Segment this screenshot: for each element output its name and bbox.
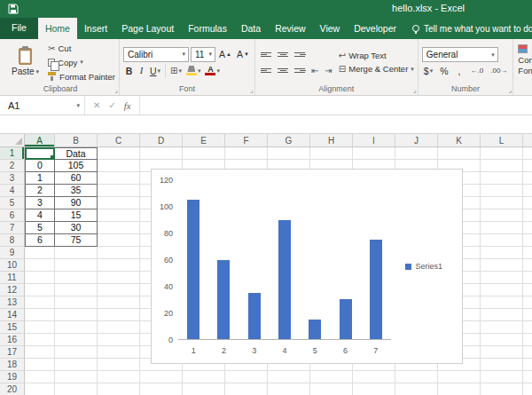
cell-L10[interactable] [481, 259, 523, 272]
cell-C13[interactable] [98, 296, 140, 309]
cell-B12[interactable] [55, 284, 98, 296]
number-format-select[interactable]: General▾ [422, 47, 498, 62]
bar-category-5[interactable] [309, 320, 321, 339]
format-painter-button[interactable]: Format Painter [48, 70, 115, 83]
cell-B11[interactable] [55, 272, 98, 284]
cell-B7[interactable]: 30 [55, 222, 98, 234]
cell-I19[interactable] [353, 371, 395, 383]
merge-center-button[interactable]: ⊟Merge & Center▾ [339, 64, 414, 74]
cell-M4[interactable] [523, 185, 532, 197]
cell-C20[interactable] [98, 383, 140, 395]
row-header-4[interactable]: 4 [0, 185, 25, 197]
row-header-19[interactable]: 19 [0, 371, 25, 383]
bold-button[interactable]: B [123, 64, 135, 77]
cell-J20[interactable] [395, 383, 438, 395]
cell-M1[interactable] [523, 147, 532, 160]
cell-A7[interactable]: 5 [25, 222, 55, 234]
cell-B15[interactable] [55, 321, 98, 334]
cell-M14[interactable] [523, 309, 532, 321]
tab-insert[interactable]: Insert [77, 18, 114, 39]
column-header-E[interactable]: E [183, 134, 225, 146]
cell-A9[interactable] [25, 247, 55, 259]
bar-category-4[interactable] [278, 220, 291, 339]
cell-L5[interactable] [481, 197, 523, 209]
column-header-A[interactable]: A [25, 134, 55, 146]
cell-M13[interactable] [523, 296, 532, 309]
cell-F1[interactable] [225, 147, 268, 160]
cell-M18[interactable] [523, 359, 532, 371]
row-header-18[interactable]: 18 [0, 359, 25, 371]
cell-M8[interactable] [523, 234, 532, 247]
cell-E20[interactable] [183, 383, 225, 395]
cell-H1[interactable] [310, 147, 353, 160]
cell-J1[interactable] [395, 147, 438, 160]
tell-me-box[interactable]: Tell me what you want to do... [412, 18, 532, 39]
cell-L18[interactable] [481, 359, 523, 371]
row-header-12[interactable]: 12 [0, 284, 25, 296]
align-bottom-button[interactable] [293, 48, 308, 61]
bar-category-2[interactable] [217, 260, 230, 340]
cell-A3[interactable]: 1 [25, 172, 55, 185]
cell-M10[interactable] [523, 259, 532, 272]
increase-indent-button[interactable]: ⇥ [323, 64, 334, 77]
cell-A15[interactable] [25, 321, 55, 334]
cell-C17[interactable] [98, 346, 140, 359]
cell-A20[interactable] [25, 383, 55, 395]
cell-A8[interactable]: 6 [25, 234, 55, 247]
comma-style-button[interactable]: , [454, 64, 466, 77]
column-header-L[interactable]: L [481, 134, 523, 146]
percent-style-button[interactable]: % [438, 64, 450, 77]
cell-B20[interactable] [55, 383, 98, 395]
cell-C7[interactable] [98, 222, 140, 234]
cell-L9[interactable] [481, 247, 523, 259]
cell-A14[interactable] [25, 309, 55, 321]
increase-font-size-button[interactable]: A▲ [217, 48, 233, 61]
column-header-J[interactable]: J [395, 134, 438, 146]
row-header-14[interactable]: 14 [0, 309, 25, 321]
cell-B3[interactable]: 60 [55, 172, 98, 185]
font-dialog-launcher[interactable]: ⌟ [250, 86, 254, 94]
cell-L8[interactable] [481, 234, 523, 247]
cell-B19[interactable] [55, 371, 98, 383]
bar-category-6[interactable] [340, 299, 352, 339]
row-header-8[interactable]: 8 [0, 234, 25, 247]
cell-M12[interactable] [523, 284, 532, 296]
cell-L4[interactable] [481, 185, 523, 197]
save-icon[interactable] [8, 4, 19, 14]
cell-C16[interactable] [98, 334, 140, 346]
cell-M11[interactable] [523, 272, 532, 284]
cell-K19[interactable] [438, 371, 481, 383]
cell-B5[interactable]: 90 [55, 197, 98, 209]
cell-A1[interactable] [25, 147, 55, 160]
cell-I1[interactable] [353, 147, 395, 160]
decrease-font-size-button[interactable]: A▼ [235, 48, 251, 61]
cell-E1[interactable] [183, 147, 225, 160]
cell-C18[interactable] [98, 359, 140, 371]
cell-C14[interactable] [98, 309, 140, 321]
wrap-text-button[interactable]: ↩Wrap Text [339, 51, 414, 60]
cell-D1[interactable] [140, 147, 183, 160]
embedded-chart[interactable]: 020406080100120 1234567 Series1 [151, 169, 463, 364]
cell-D20[interactable] [140, 383, 183, 395]
select-all-corner[interactable] [0, 134, 25, 146]
cell-C12[interactable] [98, 284, 140, 296]
enter-button[interactable]: ✓ [108, 100, 115, 110]
row-header-10[interactable]: 10 [0, 259, 25, 272]
cut-button[interactable]: ✂Cut [48, 42, 115, 54]
cell-C6[interactable] [98, 209, 140, 222]
cell-L20[interactable] [481, 383, 523, 395]
cell-B9[interactable] [55, 247, 98, 259]
column-header-C[interactable]: C [98, 134, 140, 146]
italic-button[interactable]: I [136, 64, 147, 77]
fill-color-button[interactable]: ▾ [184, 64, 203, 77]
cell-C8[interactable] [98, 234, 140, 247]
cell-L16[interactable] [481, 334, 523, 346]
formula-input[interactable] [140, 96, 532, 115]
column-header-D[interactable]: D [140, 134, 183, 146]
row-header-13[interactable]: 13 [0, 296, 25, 309]
cell-H19[interactable] [310, 371, 353, 383]
align-top-button[interactable] [259, 48, 274, 61]
conditional-formatting-button-partial[interactable]: Con Forr [513, 39, 532, 95]
cell-L3[interactable] [481, 172, 523, 185]
borders-button[interactable]: ⊞▾ [168, 64, 184, 77]
